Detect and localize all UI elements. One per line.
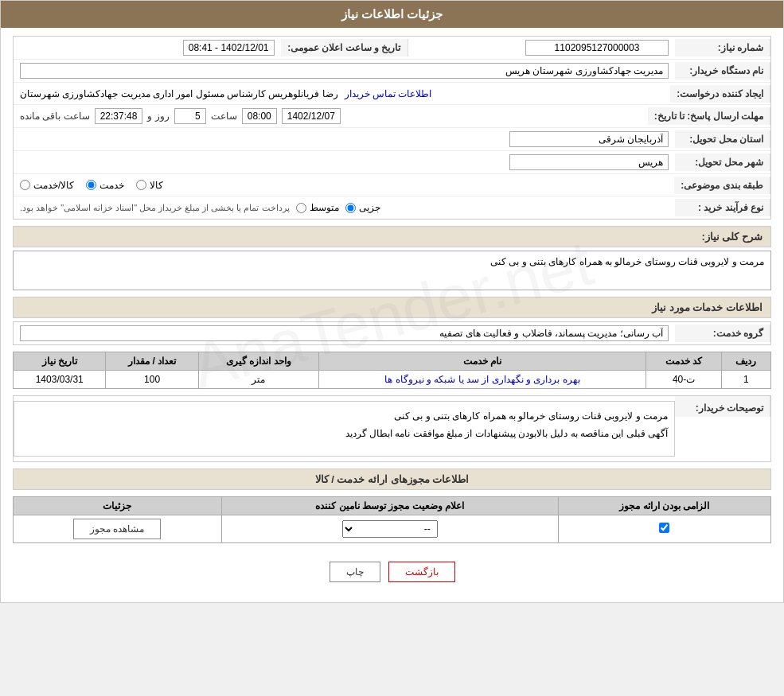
- label-delivery-city: شهر محل تحویل:: [675, 154, 770, 171]
- radio-khadamat-input[interactable]: [86, 180, 96, 190]
- main-content: AnaTender.net شماره نیاز: 11020951270000…: [1, 28, 783, 602]
- col-license-required: الزامی بودن ارائه مجوز: [558, 497, 770, 515]
- general-desc-header: شرح کلی نیاز:: [13, 226, 771, 247]
- services-header: اطلاعات خدمات مورد نیاز: [13, 297, 771, 318]
- back-button[interactable]: بازگشت: [388, 562, 455, 582]
- license-table-header-row: الزامی بودن ارائه مجوز اعلام وضعیت مجوز …: [14, 497, 771, 515]
- buyer-org-input[interactable]: [20, 63, 669, 79]
- value-purchase-type: پرداخت تمام یا بخشی از مبلغ خریداز محل "…: [14, 199, 675, 216]
- general-desc-header-text: شرح کلی نیاز:: [701, 231, 763, 243]
- purchase-type-row: پرداخت تمام یا بخشی از مبلغ خریداز محل "…: [20, 202, 669, 213]
- cell-service-name: بهره برداری و نگهداری از سد یا شبکه و نی…: [318, 371, 646, 389]
- radio-khadamat-label: خدمت: [99, 180, 124, 191]
- table-row: -- مشاهده مجوز: [14, 515, 771, 543]
- supplier-status-select[interactable]: --: [342, 520, 438, 538]
- deadline-row: ساعت باقی مانده 22:37:48 روز و 5 ساعت 08…: [20, 108, 642, 124]
- view-license-button[interactable]: مشاهده مجوز: [73, 519, 161, 539]
- radio-kala[interactable]: کالا: [136, 180, 163, 191]
- service-group-input[interactable]: [20, 325, 669, 341]
- row-service-group: گروه خدمت:: [14, 322, 770, 344]
- row-buyer-org: نام دستگاه خریدار:: [14, 60, 770, 83]
- col-supplier-status: اعلام وضعیت مجوز توسط نامین کننده: [221, 497, 558, 515]
- label-purchase-type: نوع فرآیند خرید :: [675, 199, 770, 216]
- print-button[interactable]: چاپ: [330, 562, 380, 582]
- radio-mutavasset-label: متوسط: [310, 202, 339, 213]
- col-quantity: تعداد / مقدار: [106, 352, 198, 371]
- col-service-name: نام خدمت: [318, 352, 646, 371]
- subject-type-radios: کالا/خدمت خدمت کالا: [20, 180, 668, 191]
- radio-kala-khadamat-input[interactable]: [20, 180, 30, 190]
- need-number-box: 1102095127000003: [525, 40, 669, 56]
- license-required-checkbox[interactable]: [659, 523, 669, 533]
- label-requester: ایجاد کننده درخواست:: [670, 85, 770, 103]
- row-purchase-type: نوع فرآیند خرید : پرداخت تمام یا بخشی از…: [14, 196, 770, 219]
- col-unit: واحد اندازه گیری: [198, 352, 318, 371]
- page-wrapper: جزئیات اطلاعات نیاز AnaTender.net شماره …: [0, 0, 784, 603]
- row-need-number: شماره نیاز: 1102095127000003 تاریخ و ساع…: [14, 37, 770, 60]
- label-reply-deadline: مهلت ارسال پاسخ: تا تاریخ:: [648, 107, 770, 125]
- contact-info-link[interactable]: اطلاعات تماس خریدار: [345, 88, 432, 99]
- radio-mutavasset-input[interactable]: [296, 203, 306, 213]
- row-delivery-province: استان محل تحویل:: [14, 128, 770, 151]
- label-buyer-notes: توصیحات خریدار:: [675, 396, 770, 417]
- delivery-province-input[interactable]: [509, 131, 669, 147]
- buyer-notes-line1: مرمت و لایروبی قنات روستای خرمالو به همر…: [21, 408, 668, 426]
- cell-supplier-status: --: [221, 515, 558, 543]
- radio-kala-khadamat[interactable]: کالا/خدمت: [20, 180, 74, 191]
- col-details: جزئیات: [14, 497, 222, 515]
- cell-need-date: 1403/03/31: [14, 371, 106, 389]
- remaining-time: 22:37:48: [95, 108, 143, 124]
- page-header: جزئیات اطلاعات نیاز: [1, 1, 783, 28]
- label-need-number: شماره نیاز:: [675, 39, 770, 56]
- value-announce-time: 1402/12/01 - 08:41: [14, 37, 281, 59]
- services-table-section: ردیف کد خدمت نام خدمت واحد اندازه گیری ت…: [13, 352, 771, 389]
- col-row-num: ردیف: [721, 352, 770, 371]
- announce-time-box: 1402/12/01 - 08:41: [183, 40, 275, 56]
- label-delivery-province: استان محل تحویل:: [675, 130, 770, 148]
- requester-text: رضا فریانلوهریس کارشناس مسئول امور اداری…: [20, 88, 338, 99]
- general-desc-box: مرمت و لایروبی قنات روستای خرمالو به همر…: [13, 251, 771, 290]
- reply-time: 08:00: [242, 108, 277, 124]
- value-requester: رضا فریانلوهریس کارشناس مسئول امور اداری…: [14, 85, 670, 103]
- service-group-section: گروه خدمت:: [13, 321, 771, 345]
- cell-service-code: ت-40: [646, 371, 722, 389]
- license-table: الزامی بودن ارائه مجوز اعلام وضعیت مجوز …: [13, 496, 771, 543]
- radio-jozei-label: جزیی: [359, 202, 380, 213]
- services-table-header-row: ردیف کد خدمت نام خدمت واحد اندازه گیری ت…: [14, 352, 771, 371]
- radio-kala-khadamat-label: کالا/خدمت: [33, 180, 74, 191]
- buyer-notes-section: توصیحات خریدار: مرمت و لایروبی قنات روست…: [13, 395, 771, 462]
- value-need-number: 1102095127000003: [408, 37, 676, 59]
- value-reply-deadline: ساعت باقی مانده 22:37:48 روز و 5 ساعت 08…: [14, 105, 648, 127]
- and-label: روز و: [147, 111, 169, 122]
- row-buyer-notes: توصیحات خریدار: مرمت و لایروبی قنات روست…: [14, 396, 770, 461]
- label-service-group: گروه خدمت:: [675, 325, 770, 342]
- reply-date: 1402/12/07: [282, 108, 341, 124]
- info-section-top: شماره نیاز: 1102095127000003 تاریخ و ساع…: [13, 36, 771, 220]
- radio-mutavasset[interactable]: متوسط: [296, 202, 339, 213]
- value-delivery-province: [14, 128, 675, 150]
- cell-details: مشاهده مجوز: [14, 515, 222, 543]
- buyer-notes-value: مرمت و لایروبی قنات روستای خرمالو به همر…: [14, 401, 675, 457]
- radio-kala-input[interactable]: [136, 180, 146, 190]
- radio-jozei-input[interactable]: [345, 203, 356, 213]
- row-delivery-city: شهر محل تحویل:: [14, 151, 770, 174]
- license-table-section: الزامی بودن ارائه مجوز اعلام وضعیت مجوز …: [13, 496, 771, 543]
- radio-khadamat[interactable]: خدمت: [86, 180, 124, 191]
- cell-quantity: 100: [106, 371, 198, 389]
- row-requester: ایجاد کننده درخواست: رضا فریانلوهریس کار…: [14, 83, 770, 105]
- delivery-city-input[interactable]: [509, 154, 669, 170]
- time-label: ساعت: [211, 111, 237, 122]
- cell-unit: متر: [198, 371, 318, 389]
- value-service-group: [14, 322, 675, 344]
- value-subject-type: کالا/خدمت خدمت کالا: [14, 177, 674, 194]
- label-subject-type: طبقه بندی موضوعی:: [674, 177, 770, 194]
- cell-license-required: [558, 515, 770, 543]
- services-table: ردیف کد خدمت نام خدمت واحد اندازه گیری ت…: [13, 352, 771, 389]
- col-service-code: کد خدمت: [646, 352, 722, 371]
- footer-buttons: بازگشت چاپ: [13, 550, 771, 594]
- purchase-note-text: پرداخت تمام یا بخشی از مبلغ خریداز محل "…: [20, 203, 290, 213]
- label-announce-time: تاریخ و ساعت اعلان عمومی:: [281, 39, 408, 56]
- radio-kala-label: کالا: [150, 180, 163, 191]
- radio-jozei[interactable]: جزیی: [345, 202, 380, 213]
- value-buyer-org: [14, 60, 675, 82]
